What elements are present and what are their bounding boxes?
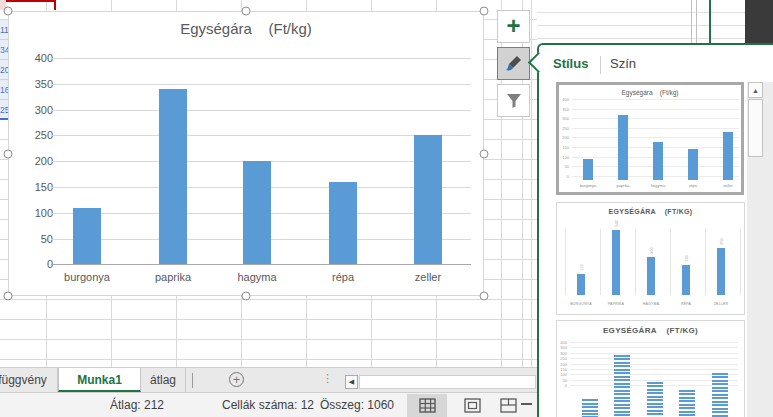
background-window-gridline [691,0,692,43]
preview-gridline [572,118,739,119]
panel-scrollbar[interactable]: ▲ [747,82,773,417]
status-bar: Átlag: 212 Cellák száma: 12 Összeg: 1060 [0,392,537,417]
preview-tick-label: 400 [559,97,569,102]
preview-category-label: burgonya [564,302,598,306]
chart-styles-panel: Stílus Szín Egységára (Ft/kg) 4003503002… [537,43,773,417]
preview-gridline [570,342,738,343]
selection-handle[interactable] [480,292,489,301]
preview-gridline [572,128,739,129]
preview-bar-paprika [612,230,620,295]
preview-tick-label: 350 [557,345,567,350]
preview-tick-label: 150 [559,145,569,150]
scrollbar-thumb[interactable] [748,99,763,157]
chart-filters-button[interactable] [497,84,530,117]
y-axis-tick-label: 200 [21,155,53,167]
bar-burgonya[interactable] [73,208,101,265]
preview-category-label: zeller [704,302,738,306]
new-sheet-button[interactable]: + [229,372,244,387]
bar-zeller[interactable] [414,135,442,264]
preview-3-title: EGYSÉGÁRA (FT/KG) [557,326,744,335]
preview-data-label: 340 [614,221,619,228]
preview-bar-burgonya [583,159,593,180]
chart-styles-button[interactable] [497,47,530,80]
y-axis-tick-label: 250 [21,129,53,141]
chart-object[interactable]: Egységára (Ft/kg) 4003503002502001501005… [8,11,484,296]
preview-category-label: hagyma [641,183,675,188]
sheet-tab-fuggveny[interactable]: függvény [0,368,58,392]
preview-tick-label: 250 [557,356,567,361]
tab-overflow-icon[interactable]: ⋮ [322,372,333,385]
y-axis-tick-label: 0 [21,258,53,270]
source-data-value: 110 [0,20,8,40]
tab-style[interactable]: Stílus [553,56,588,72]
status-count: Cellák száma: 12 [222,398,314,412]
selection-handle[interactable] [4,292,13,301]
preview-2-title: EGYSÉGÁRA (FT/KG) [557,208,744,215]
preview-tick-label: 300 [557,351,567,356]
preview-tick-label: 150 [557,367,567,372]
preview-gridline [740,229,741,295]
preview-bar-paprika [618,115,628,180]
scrollbar-up-arrow-icon[interactable]: ▲ [748,82,763,98]
preview-bar-zeller [723,132,733,180]
preview-category-label: burgonya [571,183,605,188]
preview-bar-hagyma [647,257,655,295]
preview-tick-label: 50 [557,378,567,383]
bar-paprika[interactable] [159,89,187,264]
horizontal-scrollbar[interactable] [359,375,536,389]
bar-répa[interactable] [329,182,357,265]
preview-data-label: 110 [579,264,584,270]
sheet-tab-munka1[interactable]: Munka1 [58,368,141,392]
selection-handle[interactable] [480,149,489,158]
preview-tick-label: 300 [559,116,569,121]
x-axis-category-label: hagyma [215,271,299,283]
sheet-tab-atlag[interactable]: átlag [141,368,186,392]
view-page-layout-button[interactable] [452,394,492,417]
chart-plot-area[interactable]: 400350300250200150100500burgonyapaprikah… [9,12,483,295]
zoom-out-icon[interactable] [521,403,532,405]
preview-bar-burgonya [577,274,585,295]
source-data-column: 110340200160250 [0,20,8,120]
x-axis-category-label: burgonya [45,271,129,283]
y-axis-tick-label: 50 [21,233,53,245]
preview-tick-label: 200 [559,135,569,140]
gridline [51,135,471,136]
view-normal-button[interactable] [407,394,447,417]
x-axis-category-label: zeller [386,271,470,283]
selection-handle[interactable] [242,7,251,16]
preview-gridline [572,99,739,100]
red-selection-border-top [6,0,55,2]
source-data-value: 340 [0,40,8,60]
x-axis-category-label: répa [301,271,385,283]
chart-elements-button[interactable]: + [497,10,530,43]
preview-gridline [600,229,601,295]
preview-category-label: zeller [711,183,745,188]
style-preview-3[interactable]: EGYSÉGÁRA (FT/KG) 4003503002502001501005… [556,320,745,417]
view-page-break-button[interactable] [488,394,528,417]
preview-1-title: Egységára (Ft/kg) [559,89,741,96]
preview-category-label: répa [669,302,703,306]
preview-tick-label: 200 [557,362,567,367]
background-window-border [709,0,711,43]
style-preview-1[interactable]: Egységára (Ft/kg) 4003503002502001501005… [556,82,744,195]
bar-hagyma[interactable] [243,161,271,264]
background-window-cells [537,0,745,43]
tab-color[interactable]: Szín [610,56,636,72]
background-window-gridline [696,0,697,43]
preview-tick-label: 100 [559,155,569,160]
selection-handle[interactable] [242,292,251,301]
preview-gridline [570,358,738,359]
style-preview-2[interactable]: EGYSÉGÁRA (FT/KG) 110burgonya340paprika2… [556,202,745,315]
preview-tick-label: 0 [557,383,567,388]
tab-scroll-left-icon[interactable]: ◀ [345,375,358,389]
panel-tab-separator [600,56,601,74]
preview-data-label: 250 [719,238,724,245]
plus-icon: + [506,14,520,38]
x-axis-category-label: paprika [131,271,215,283]
preview-gridline [570,347,738,348]
selection-handle[interactable] [480,7,489,16]
selection-handle[interactable] [4,7,13,16]
selection-handle[interactable] [4,149,13,158]
preview-tick-label: 0 [559,174,569,179]
preview-gridline [572,137,739,138]
